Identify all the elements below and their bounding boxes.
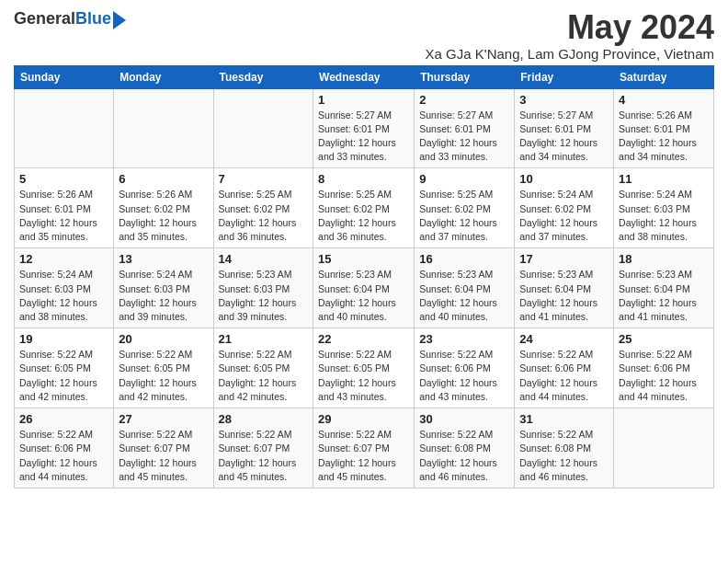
calendar-cell: 15Sunrise: 5:23 AM Sunset: 6:04 PM Dayli… [313, 248, 415, 328]
title-block: May 2024 Xa GJa K'Nang, Lam GJong Provin… [426, 9, 714, 62]
day-info: Sunrise: 5:24 AM Sunset: 6:03 PM Dayligh… [119, 268, 208, 324]
day-info: Sunrise: 5:22 AM Sunset: 6:06 PM Dayligh… [519, 348, 609, 404]
day-number: 14 [219, 252, 309, 266]
day-number: 7 [219, 172, 309, 186]
logo-general-text: General [14, 9, 75, 29]
day-number: 3 [519, 93, 609, 107]
calendar-cell: 21Sunrise: 5:22 AM Sunset: 6:05 PM Dayli… [213, 328, 313, 408]
location-title: Xa GJa K'Nang, Lam GJong Province, Vietn… [426, 46, 714, 62]
day-number: 5 [19, 172, 108, 186]
day-number: 16 [419, 252, 509, 266]
calendar-cell: 11Sunrise: 5:24 AM Sunset: 6:03 PM Dayli… [614, 168, 714, 248]
day-info: Sunrise: 5:24 AM Sunset: 6:02 PM Dayligh… [519, 188, 609, 244]
day-info: Sunrise: 5:27 AM Sunset: 6:01 PM Dayligh… [318, 109, 409, 165]
calendar-cell: 7Sunrise: 5:25 AM Sunset: 6:02 PM Daylig… [213, 168, 313, 248]
calendar-cell: 3Sunrise: 5:27 AM Sunset: 6:01 PM Daylig… [515, 88, 614, 168]
calendar-week-4: 19Sunrise: 5:22 AM Sunset: 6:05 PM Dayli… [15, 328, 714, 408]
day-info: Sunrise: 5:22 AM Sunset: 6:07 PM Dayligh… [219, 428, 309, 484]
header-cell-tuesday: Tuesday [213, 65, 313, 88]
day-info: Sunrise: 5:25 AM Sunset: 6:02 PM Dayligh… [419, 188, 509, 244]
calendar-cell: 5Sunrise: 5:26 AM Sunset: 6:01 PM Daylig… [15, 168, 114, 248]
day-info: Sunrise: 5:22 AM Sunset: 6:07 PM Dayligh… [318, 428, 409, 484]
day-info: Sunrise: 5:25 AM Sunset: 6:02 PM Dayligh… [318, 188, 409, 244]
header-cell-wednesday: Wednesday [313, 65, 415, 88]
day-info: Sunrise: 5:23 AM Sunset: 6:04 PM Dayligh… [419, 268, 509, 324]
day-number: 22 [318, 332, 409, 346]
day-info: Sunrise: 5:22 AM Sunset: 6:07 PM Dayligh… [119, 428, 208, 484]
calendar-table: SundayMondayTuesdayWednesdayThursdayFrid… [14, 65, 714, 488]
logo-blue-text: Blue [75, 9, 111, 29]
header-cell-sunday: Sunday [15, 65, 114, 88]
day-number: 31 [519, 412, 609, 426]
day-info: Sunrise: 5:22 AM Sunset: 6:06 PM Dayligh… [619, 348, 709, 404]
day-info: Sunrise: 5:22 AM Sunset: 6:05 PM Dayligh… [318, 348, 409, 404]
day-number: 30 [419, 412, 509, 426]
calendar-cell: 4Sunrise: 5:26 AM Sunset: 6:01 PM Daylig… [614, 88, 714, 168]
day-info: Sunrise: 5:22 AM Sunset: 6:08 PM Dayligh… [519, 428, 609, 484]
day-number: 1 [318, 93, 409, 107]
calendar-week-5: 26Sunrise: 5:22 AM Sunset: 6:06 PM Dayli… [15, 408, 714, 488]
header-cell-monday: Monday [114, 65, 213, 88]
day-number: 20 [119, 332, 208, 346]
calendar-cell [114, 88, 213, 168]
calendar-cell: 31Sunrise: 5:22 AM Sunset: 6:08 PM Dayli… [515, 408, 614, 488]
calendar-cell [15, 88, 114, 168]
day-number: 11 [619, 172, 709, 186]
calendar-header: SundayMondayTuesdayWednesdayThursdayFrid… [15, 65, 714, 88]
day-info: Sunrise: 5:22 AM Sunset: 6:05 PM Dayligh… [19, 348, 108, 404]
header-cell-thursday: Thursday [415, 65, 515, 88]
page-header: General Blue May 2024 Xa GJa K'Nang, Lam… [14, 9, 714, 62]
calendar-cell: 6Sunrise: 5:26 AM Sunset: 6:02 PM Daylig… [114, 168, 213, 248]
day-info: Sunrise: 5:22 AM Sunset: 6:08 PM Dayligh… [419, 428, 509, 484]
day-info: Sunrise: 5:26 AM Sunset: 6:01 PM Dayligh… [619, 109, 709, 165]
calendar-cell: 22Sunrise: 5:22 AM Sunset: 6:05 PM Dayli… [313, 328, 415, 408]
day-info: Sunrise: 5:23 AM Sunset: 6:03 PM Dayligh… [219, 268, 309, 324]
day-number: 26 [19, 412, 108, 426]
day-info: Sunrise: 5:23 AM Sunset: 6:04 PM Dayligh… [519, 268, 609, 324]
calendar-cell: 26Sunrise: 5:22 AM Sunset: 6:06 PM Dayli… [15, 408, 114, 488]
day-info: Sunrise: 5:27 AM Sunset: 6:01 PM Dayligh… [419, 109, 509, 165]
day-number: 17 [519, 252, 609, 266]
day-number: 15 [318, 252, 409, 266]
calendar-cell: 23Sunrise: 5:22 AM Sunset: 6:06 PM Dayli… [415, 328, 515, 408]
day-info: Sunrise: 5:24 AM Sunset: 6:03 PM Dayligh… [619, 188, 709, 244]
day-number: 18 [619, 252, 709, 266]
calendar-cell: 18Sunrise: 5:23 AM Sunset: 6:04 PM Dayli… [614, 248, 714, 328]
day-number: 12 [19, 252, 108, 266]
calendar-body: 1Sunrise: 5:27 AM Sunset: 6:01 PM Daylig… [15, 88, 714, 488]
day-number: 28 [219, 412, 309, 426]
day-number: 29 [318, 412, 409, 426]
day-number: 13 [119, 252, 208, 266]
day-info: Sunrise: 5:24 AM Sunset: 6:03 PM Dayligh… [19, 268, 108, 324]
day-number: 8 [318, 172, 409, 186]
header-cell-friday: Friday [515, 65, 614, 88]
day-number: 6 [119, 172, 208, 186]
day-info: Sunrise: 5:22 AM Sunset: 6:06 PM Dayligh… [419, 348, 509, 404]
calendar-cell: 16Sunrise: 5:23 AM Sunset: 6:04 PM Dayli… [415, 248, 515, 328]
day-number: 10 [519, 172, 609, 186]
month-title: May 2024 [426, 9, 714, 46]
calendar-cell: 30Sunrise: 5:22 AM Sunset: 6:08 PM Dayli… [415, 408, 515, 488]
logo-arrow-icon [113, 11, 126, 29]
day-number: 27 [119, 412, 208, 426]
day-info: Sunrise: 5:26 AM Sunset: 6:02 PM Dayligh… [119, 188, 208, 244]
calendar-week-2: 5Sunrise: 5:26 AM Sunset: 6:01 PM Daylig… [15, 168, 714, 248]
day-info: Sunrise: 5:22 AM Sunset: 6:05 PM Dayligh… [119, 348, 208, 404]
day-info: Sunrise: 5:23 AM Sunset: 6:04 PM Dayligh… [318, 268, 409, 324]
day-number: 4 [619, 93, 709, 107]
day-number: 2 [419, 93, 509, 107]
calendar-cell: 14Sunrise: 5:23 AM Sunset: 6:03 PM Dayli… [213, 248, 313, 328]
day-number: 21 [219, 332, 309, 346]
calendar-cell: 20Sunrise: 5:22 AM Sunset: 6:05 PM Dayli… [114, 328, 213, 408]
day-number: 23 [419, 332, 509, 346]
day-number: 24 [519, 332, 609, 346]
calendar-cell: 9Sunrise: 5:25 AM Sunset: 6:02 PM Daylig… [415, 168, 515, 248]
calendar-cell: 24Sunrise: 5:22 AM Sunset: 6:06 PM Dayli… [515, 328, 614, 408]
day-info: Sunrise: 5:27 AM Sunset: 6:01 PM Dayligh… [519, 109, 609, 165]
calendar-cell [614, 408, 714, 488]
day-number: 19 [19, 332, 108, 346]
calendar-cell: 17Sunrise: 5:23 AM Sunset: 6:04 PM Dayli… [515, 248, 614, 328]
calendar-cell: 19Sunrise: 5:22 AM Sunset: 6:05 PM Dayli… [15, 328, 114, 408]
day-info: Sunrise: 5:25 AM Sunset: 6:02 PM Dayligh… [219, 188, 309, 244]
calendar-cell: 28Sunrise: 5:22 AM Sunset: 6:07 PM Dayli… [213, 408, 313, 488]
